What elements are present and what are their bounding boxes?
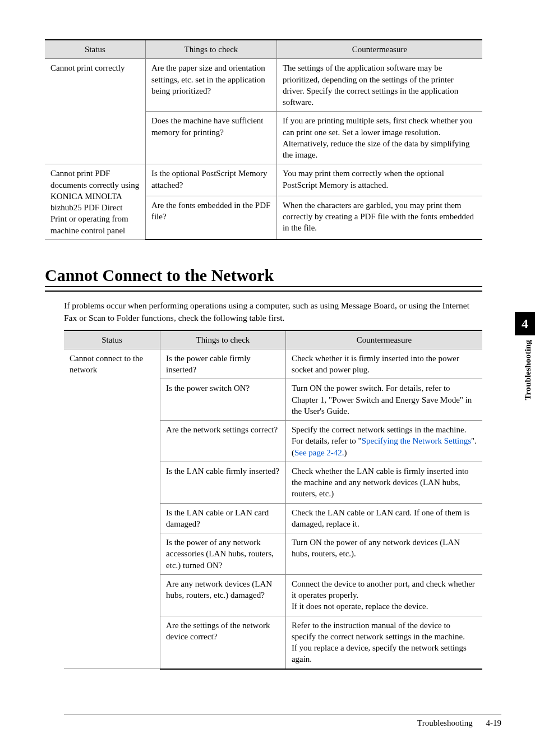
chapter-label: Troubleshooting [523, 340, 533, 400]
section-intro: If problems occur when performing operat… [64, 299, 482, 324]
counter-cell: Turn ON the power switch. For details, r… [285, 379, 482, 421]
counter-cell: Turn ON the power of any network devices… [285, 533, 482, 575]
chapter-tab: 4 [515, 312, 535, 335]
check-cell: Is the power switch ON? [160, 379, 286, 421]
page-content: Status Things to check Countermeasure Ca… [45, 39, 482, 670]
counter-cell: Check the LAN cable or LAN card. If one … [285, 503, 482, 533]
counter-cell: Refer to the instruction manual of the d… [285, 616, 482, 669]
check-cell: Is the LAN cable or LAN card damaged? [160, 503, 286, 533]
th-counter: Countermeasure [285, 330, 482, 349]
th-counter: Countermeasure [276, 40, 482, 59]
counter-cell: You may print them correctly when the op… [276, 164, 482, 196]
troubleshooting-table-1: Status Things to check Countermeasure Ca… [45, 39, 482, 240]
footer-title: Troubleshooting [417, 718, 473, 727]
status-cell: Cannot connect to the network [64, 349, 160, 669]
section-heading: Cannot Connect to the Network [45, 266, 482, 289]
th-check: Things to check [145, 40, 276, 59]
status-cell: Cannot print PDF documents correctly usi… [45, 164, 145, 240]
counter-cell: Specify the correct network settings in … [285, 421, 482, 462]
footer-page: 4-19 [486, 718, 502, 727]
section-heading-wrap: Cannot Connect to the Network [45, 266, 482, 292]
check-cell: Is the LAN cable firmly inserted? [160, 462, 286, 503]
check-cell: Are the paper size and orientation setti… [145, 59, 276, 112]
counter-cell: When the characters are garbled, you may… [276, 196, 482, 239]
counter-cell: If you are printing multiple sets, first… [276, 112, 482, 164]
th-check: Things to check [160, 330, 286, 349]
check-cell: Are the network settings correct? [160, 421, 286, 462]
counter-cell: Check whether the LAN cable is firmly in… [285, 462, 482, 503]
status-cell: Cannot print correctly [45, 59, 145, 164]
check-cell: Are any network devices (LAN hubs, route… [160, 574, 286, 616]
check-cell: Does the machine have sufficient memory … [145, 112, 276, 164]
link-specifying-network[interactable]: Specifying the Network Settings [362, 436, 471, 445]
check-cell: Is the power cable firmly inserted? [160, 349, 286, 379]
table-row: Cannot print PDF documents correctly usi… [45, 164, 482, 196]
th-status: Status [64, 330, 160, 349]
check-cell: Are the settings of the network device c… [160, 616, 286, 669]
counter-cell: The settings of the application software… [276, 59, 482, 112]
th-status: Status [45, 40, 145, 59]
check-cell: Are the fonts embedded in the PDF file? [145, 196, 276, 239]
check-cell: Is the power of any network accessories … [160, 533, 286, 575]
check-cell: Is the optional PostScript Memory attach… [145, 164, 276, 196]
counter-cell: Check whether it is firmly inserted into… [285, 349, 482, 379]
page-footer: Troubleshooting 4-19 [64, 714, 501, 728]
link-page-ref[interactable]: See page 2-42. [294, 448, 344, 457]
table-row: Cannot connect to the network Is the pow… [64, 349, 482, 379]
table-row: Cannot print correctly Are the paper siz… [45, 59, 482, 112]
troubleshooting-table-2: Status Things to check Countermeasure Ca… [64, 330, 482, 670]
text: ) [344, 448, 347, 457]
counter-cell: Connect the device to another port, and … [285, 574, 482, 616]
